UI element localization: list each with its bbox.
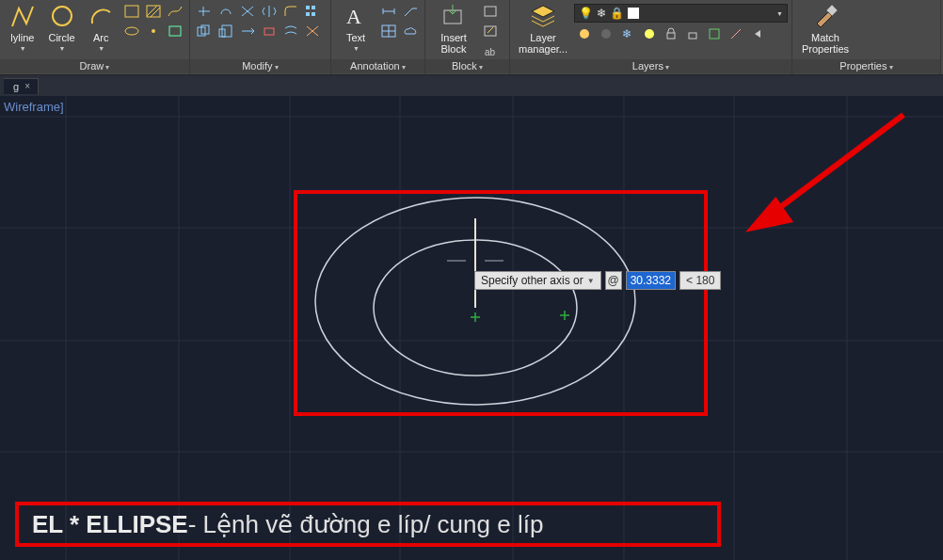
- svg-rect-1: [125, 6, 138, 17]
- distance-input[interactable]: 30.3332: [626, 271, 676, 290]
- layer-controls: 💡 ❄ 🔒 ▼ ❄: [574, 2, 788, 43]
- rectangle-icon[interactable]: [121, 2, 142, 21]
- create-block-icon[interactable]: [480, 2, 501, 21]
- layer-thaw-icon[interactable]: [639, 24, 660, 43]
- circle-button[interactable]: Circle ▼: [43, 2, 81, 58]
- insert-block-label: Insert Block: [440, 32, 467, 55]
- copy-icon[interactable]: [194, 22, 215, 40]
- layer-unlock-icon[interactable]: [682, 24, 703, 43]
- panel-label-annotation[interactable]: Annotation: [331, 59, 424, 73]
- panel-annotation: A Text ▼ Annotation: [331, 0, 425, 74]
- svg-rect-8: [306, 6, 310, 9]
- leader-icon[interactable]: [400, 2, 421, 21]
- svg-point-5: [125, 27, 138, 35]
- layer-on-icon[interactable]: [574, 24, 595, 43]
- block-tools: ab: [480, 2, 501, 60]
- fillet-icon[interactable]: [280, 2, 301, 21]
- chevron-down-icon: ▼: [59, 45, 66, 52]
- svg-point-6: [152, 29, 155, 33]
- layers-icon: [529, 2, 557, 30]
- panel-label-draw[interactable]: Draw: [0, 59, 189, 73]
- svg-point-25: [580, 29, 589, 39]
- polyline-label: lyline: [10, 32, 34, 43]
- point-icon[interactable]: [143, 22, 164, 40]
- layer-isolate-icon[interactable]: [704, 24, 725, 43]
- angle-prefix: <: [686, 274, 693, 287]
- layer-tools: ❄: [574, 24, 788, 43]
- layer-match-icon[interactable]: [726, 24, 746, 43]
- svg-rect-30: [689, 33, 696, 39]
- caption-box: EL * ELLIPSE - Lệnh vẽ đường e líp/ cung…: [15, 502, 721, 547]
- edit-block-icon[interactable]: [480, 22, 501, 40]
- hatch-icon[interactable]: [143, 2, 164, 21]
- svg-rect-7: [169, 26, 181, 36]
- dimension-icon[interactable]: [378, 2, 399, 21]
- svg-point-26: [601, 29, 611, 39]
- document-tabstrip: g ×: [0, 75, 943, 96]
- svg-rect-23: [485, 26, 496, 36]
- paintbrush-icon: [811, 2, 839, 30]
- rotate-icon[interactable]: [216, 2, 236, 21]
- svg-text:ab: ab: [485, 47, 496, 57]
- mirror-icon[interactable]: [259, 2, 280, 21]
- layer-prev-icon[interactable]: [747, 24, 768, 43]
- chevron-down-icon: ▼: [776, 10, 783, 17]
- close-icon[interactable]: ×: [24, 81, 30, 91]
- polyline-button[interactable]: lyline ▼: [4, 2, 41, 58]
- stretch-icon[interactable]: [237, 22, 258, 40]
- svg-rect-11: [312, 12, 315, 16]
- layer-dropdown[interactable]: 💡 ❄ 🔒 ▼: [574, 4, 788, 23]
- angle-input[interactable]: < 180: [679, 271, 721, 290]
- annotation-tools: [378, 2, 421, 40]
- caption-command: EL * ELLIPSE: [32, 510, 188, 539]
- panel-draw: lyline ▼ Circle ▼ Arc ▼: [0, 0, 190, 74]
- layer-manager-button[interactable]: Layer manager...: [514, 2, 572, 58]
- svg-rect-10: [306, 12, 310, 16]
- bulb-icon: 💡: [579, 7, 593, 20]
- circle-icon: [48, 2, 76, 30]
- text-button[interactable]: A Text ▼: [335, 2, 376, 58]
- panel-properties: Match Properties Properties: [792, 0, 941, 74]
- command-prompt: Specify other axis or ▼: [474, 271, 601, 290]
- svg-text:A: A: [346, 5, 361, 28]
- match-properties-label: Match Properties: [802, 32, 849, 55]
- panel-label-modify[interactable]: Modify: [190, 59, 330, 73]
- text-icon: A: [342, 2, 370, 30]
- insert-block-button[interactable]: Insert Block: [429, 2, 478, 58]
- scale-icon[interactable]: [216, 22, 236, 40]
- offset-icon[interactable]: [280, 22, 301, 40]
- region-icon[interactable]: [165, 22, 185, 40]
- angle-value: 180: [695, 274, 714, 287]
- match-properties-button[interactable]: Match Properties: [796, 2, 855, 58]
- drawing-viewport[interactable]: Wireframe]: [0, 96, 943, 560]
- prompt-text: Specify other axis or: [481, 274, 583, 287]
- panel-layers: Layer manager... 💡 ❄ 🔒 ▼ ❄: [510, 0, 792, 74]
- table-icon[interactable]: [378, 22, 399, 40]
- arc-button[interactable]: Arc ▼: [82, 2, 120, 58]
- svg-rect-9: [312, 6, 315, 9]
- chevron-down-icon[interactable]: ▼: [587, 277, 595, 285]
- svg-line-4: [151, 8, 160, 17]
- trim-icon[interactable]: [237, 2, 258, 21]
- explode-icon[interactable]: [302, 22, 323, 40]
- caption-description: - Lệnh vẽ đường e líp/ cung e líp: [188, 510, 544, 539]
- panel-label-layers[interactable]: Layers: [510, 59, 791, 73]
- svg-text:❄: ❄: [622, 27, 631, 40]
- ribbon: lyline ▼ Circle ▼ Arc ▼: [0, 0, 943, 75]
- ellipse-icon[interactable]: [121, 22, 142, 40]
- draw-small-tools: [121, 2, 185, 40]
- array-icon[interactable]: [302, 2, 323, 21]
- lock-icon: 🔒: [610, 7, 624, 20]
- layer-color-swatch: [628, 8, 639, 19]
- layer-off-icon[interactable]: [596, 24, 616, 43]
- panel-label-block[interactable]: Block: [425, 59, 509, 73]
- erase-icon[interactable]: [259, 22, 280, 40]
- move-icon[interactable]: [194, 2, 215, 21]
- panel-label-properties[interactable]: Properties: [792, 59, 940, 73]
- cloud-icon[interactable]: [400, 22, 421, 40]
- layer-lock-icon[interactable]: [661, 24, 681, 43]
- layer-freeze-icon[interactable]: ❄: [617, 24, 638, 43]
- spline-icon[interactable]: [165, 2, 185, 21]
- attribute-icon[interactable]: ab: [480, 41, 501, 60]
- document-tab[interactable]: g ×: [4, 78, 39, 94]
